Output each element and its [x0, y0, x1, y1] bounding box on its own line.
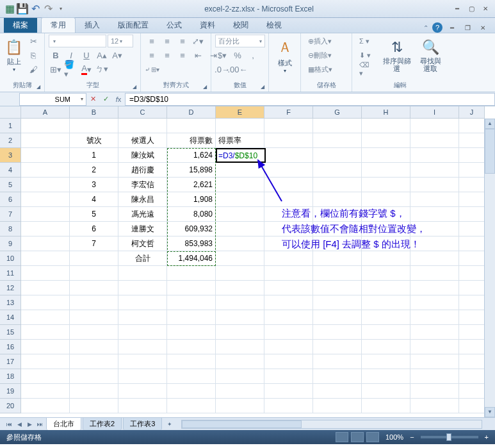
cell-C19[interactable]	[118, 384, 167, 399]
formula-input[interactable]: =D3/$D$10	[125, 93, 495, 106]
cell-C20[interactable]	[118, 399, 167, 413]
col-header-A[interactable]: A	[21, 106, 70, 119]
cell-D5[interactable]: 2,621	[167, 178, 216, 192]
active-cell[interactable]: =D3/$D$10	[216, 148, 266, 163]
cell-C2[interactable]: 候選人	[118, 133, 167, 148]
cell-G5[interactable]	[313, 178, 362, 192]
row-header-11[interactable]: 11	[0, 266, 21, 281]
cell-I14[interactable]	[410, 310, 459, 325]
cell-F18[interactable]	[264, 369, 313, 384]
tab-formula[interactable]: 公式	[158, 18, 191, 33]
sheet-tab-1[interactable]: 台北市	[46, 417, 81, 430]
tab-home[interactable]: 常用	[41, 17, 76, 33]
cell-A8[interactable]	[21, 222, 70, 236]
cell-J6[interactable]	[459, 192, 485, 207]
cell-H15[interactable]	[362, 325, 410, 340]
fill-button[interactable]: ⬇ ▾	[356, 49, 377, 62]
cell-H4[interactable]	[362, 163, 410, 178]
col-header-E[interactable]: E	[216, 106, 264, 119]
cell-C16[interactable]	[118, 340, 167, 354]
cell-J19[interactable]	[459, 384, 485, 399]
cell-D17[interactable]	[167, 354, 216, 369]
cell-H19[interactable]	[362, 384, 410, 399]
cancel-icon[interactable]: ✕	[86, 93, 99, 106]
cell-A9[interactable]	[21, 236, 70, 251]
cell-F13[interactable]	[264, 295, 313, 310]
cell-B13[interactable]	[70, 295, 118, 310]
clear-button[interactable]: ⌫ ▾	[356, 63, 377, 76]
row-header-4[interactable]: 4	[0, 163, 21, 178]
tab-review[interactable]: 校閱	[224, 18, 257, 33]
cell-H20[interactable]	[362, 399, 410, 413]
minimize-button[interactable]: ━	[451, 4, 463, 14]
vertical-scrollbar[interactable]: ▲ ▼	[484, 119, 495, 417]
cell-J3[interactable]	[459, 148, 485, 163]
col-header-F[interactable]: F	[264, 106, 313, 119]
cell-H3[interactable]	[362, 148, 410, 163]
cell-H1[interactable]	[362, 119, 410, 133]
cell-I3[interactable]	[410, 148, 459, 163]
cell-G14[interactable]	[313, 310, 362, 325]
indent-decrease-icon[interactable]: ⇤	[191, 49, 205, 62]
new-sheet-icon[interactable]: ✦	[165, 419, 175, 429]
sheet-tab-2[interactable]: 工作表2	[83, 417, 122, 430]
workbook-minimize-button[interactable]: ━	[446, 22, 458, 33]
cell-D3[interactable]: 1,624	[167, 148, 216, 163]
cell-E12[interactable]	[216, 281, 264, 295]
cell-B7[interactable]: 5	[70, 207, 118, 222]
horizontal-scrollbar[interactable]	[181, 420, 482, 429]
cell-J12[interactable]	[459, 281, 485, 295]
cell-G3[interactable]	[313, 148, 362, 163]
cell-G20[interactable]	[313, 399, 362, 413]
save-icon[interactable]: 💾	[17, 3, 28, 15]
cell-A5[interactable]	[21, 178, 70, 192]
wrap-text-icon[interactable]: ⤶	[145, 63, 150, 76]
col-header-B[interactable]: B	[70, 106, 118, 119]
sheet-first-icon[interactable]: ⏮	[4, 419, 14, 429]
align-launcher-icon[interactable]: ◢	[203, 84, 207, 90]
cell-H5[interactable]	[362, 178, 410, 192]
cell-G13[interactable]	[313, 295, 362, 310]
cell-F10[interactable]	[264, 251, 313, 266]
cell-I20[interactable]	[410, 399, 459, 413]
cell-G10[interactable]	[313, 251, 362, 266]
cell-C3[interactable]: 陳汝斌	[118, 148, 167, 163]
cell-D14[interactable]	[167, 310, 216, 325]
cell-H12[interactable]	[362, 281, 410, 295]
cell-B8[interactable]: 6	[70, 222, 118, 236]
cell-B5[interactable]: 3	[70, 178, 118, 192]
cell-D6[interactable]: 1,908	[167, 192, 216, 207]
select-all-corner[interactable]	[0, 106, 21, 119]
number-format-select[interactable]: 百分比▾	[215, 35, 265, 47]
cell-E18[interactable]	[216, 369, 264, 384]
align-right-icon[interactable]: ≡	[175, 49, 190, 62]
underline-icon[interactable]: U	[79, 49, 93, 62]
cell-A3[interactable]	[21, 148, 70, 163]
cell-J15[interactable]	[459, 325, 485, 340]
cell-A14[interactable]	[21, 310, 70, 325]
cell-E19[interactable]	[216, 384, 264, 399]
orientation-icon[interactable]: ⤢▾	[191, 35, 205, 47]
cell-G16[interactable]	[313, 340, 362, 354]
cell-H16[interactable]	[362, 340, 410, 354]
cell-A13[interactable]	[21, 295, 70, 310]
cell-H2[interactable]	[362, 133, 410, 148]
cell-F20[interactable]	[264, 399, 313, 413]
cell-B1[interactable]	[70, 119, 118, 133]
cell-I2[interactable]	[410, 133, 459, 148]
cell-B12[interactable]	[70, 281, 118, 295]
align-center-icon[interactable]: ≡	[160, 49, 174, 62]
delete-cells-button[interactable]: ⊖ 刪除 ▾	[305, 49, 335, 62]
cell-C6[interactable]: 陳永昌	[118, 192, 167, 207]
cell-A11[interactable]	[21, 266, 70, 281]
page-break-view-icon[interactable]	[366, 432, 379, 442]
autosum-button[interactable]: Σ ▾	[356, 35, 377, 47]
cell-D19[interactable]	[167, 384, 216, 399]
cell-D18[interactable]	[167, 369, 216, 384]
cell-H17[interactable]	[362, 354, 410, 369]
cell-G11[interactable]	[313, 266, 362, 281]
tab-file[interactable]: 檔案	[4, 18, 37, 33]
cell-I17[interactable]	[410, 354, 459, 369]
cell-J11[interactable]	[459, 266, 485, 281]
cell-J17[interactable]	[459, 354, 485, 369]
